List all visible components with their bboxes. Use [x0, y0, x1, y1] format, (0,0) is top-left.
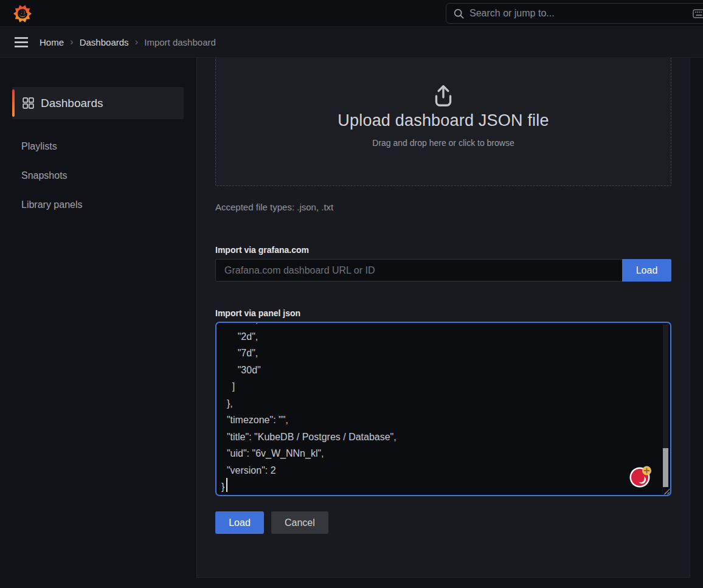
search-input[interactable]: Search or jump to... ctrl+k	[446, 3, 703, 24]
panel-json-content: "1d", "2d", "7d", "30d" ] }, "timezone":…	[221, 322, 658, 496]
gcom-load-button[interactable]: Load	[622, 259, 671, 282]
keyboard-icon	[693, 9, 703, 18]
upload-dropzone[interactable]: Upload dashboard JSON file Drag and drop…	[215, 58, 671, 186]
hamburger-icon	[14, 36, 29, 48]
gcom-url-input[interactable]	[215, 259, 622, 282]
breadcrumb-bar: Home › Dashboards › Import dashboard	[0, 27, 703, 58]
chevron-right-icon: ›	[70, 36, 74, 48]
panel-json-textarea[interactable]: "1d", "2d", "7d", "30d" ] }, "timezone":…	[215, 322, 671, 496]
text-caret	[226, 478, 227, 492]
sidebar-sub-items: Playlists Snapshots Library panels	[0, 132, 196, 220]
chevron-right-icon: ›	[135, 36, 139, 48]
breadcrumb-current: Import dashboard	[144, 37, 216, 47]
sidebar-item-playlists[interactable]: Playlists	[0, 132, 196, 161]
sidebar-item-library-panels[interactable]: Library panels	[0, 190, 196, 220]
textarea-resize-handle-icon[interactable]	[663, 488, 670, 494]
sidebar-item-label: Dashboards	[41, 97, 103, 110]
top-bar: Search or jump to... ctrl+k	[0, 0, 703, 27]
search-placeholder: Search or jump to...	[469, 8, 555, 19]
breadcrumb: Home › Dashboards › Import dashboard	[40, 36, 216, 48]
search-shortcut-hint: ctrl+k	[693, 9, 703, 18]
form-actions: Load Cancel	[215, 511, 671, 534]
accepted-file-types: Accepted file types: .json, .txt	[215, 202, 671, 212]
grafana-logo-icon[interactable]	[13, 4, 32, 23]
cancel-button[interactable]: Cancel	[271, 511, 328, 534]
breadcrumb-dashboards[interactable]: Dashboards	[80, 37, 129, 47]
sidebar-item-snapshots[interactable]: Snapshots	[0, 161, 196, 190]
dashboards-grid-icon	[23, 97, 34, 109]
import-dashboard-panel: Upload dashboard JSON file Drag and drop…	[196, 58, 690, 578]
gcom-import-row: Load	[215, 259, 671, 282]
upload-title: Upload dashboard JSON file	[338, 111, 549, 130]
menu-toggle-button[interactable]	[13, 33, 30, 50]
extension-badge-icon[interactable]	[629, 465, 652, 488]
sidebar-item-dashboards[interactable]: Dashboards	[12, 87, 184, 119]
upload-icon	[432, 83, 455, 109]
breadcrumb-home[interactable]: Home	[40, 37, 64, 47]
load-button[interactable]: Load	[215, 511, 264, 534]
sidebar: Dashboards Playlists Snapshots Library p…	[0, 58, 196, 588]
textarea-scrollbar-thumb[interactable]	[663, 448, 668, 487]
active-indicator	[12, 89, 15, 117]
search-icon	[454, 9, 464, 19]
gcom-import-label: Import via grafana.com	[215, 245, 671, 255]
upload-subtitle: Drag and drop here or click to browse	[372, 138, 514, 148]
panel-json-label: Import via panel json	[215, 308, 671, 318]
